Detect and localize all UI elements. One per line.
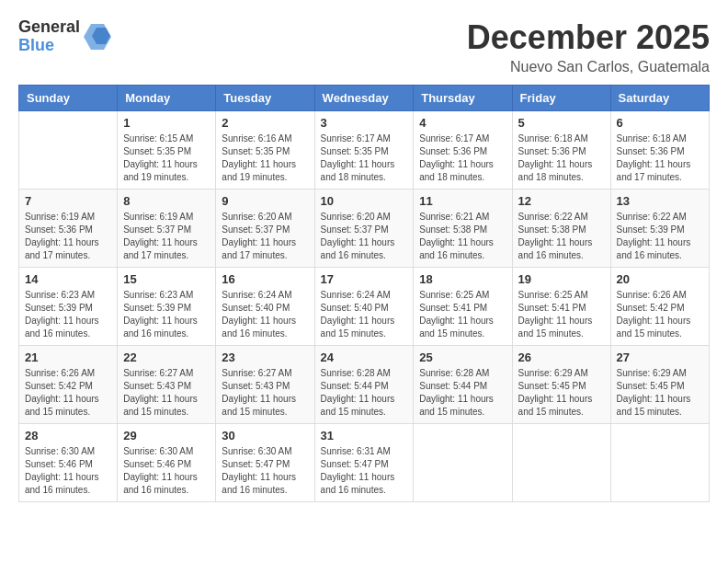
month-title: December 2025: [467, 18, 710, 57]
calendar-cell: 25Sunrise: 6:28 AM Sunset: 5:44 PM Dayli…: [414, 346, 512, 424]
calendar-week-row: 7Sunrise: 6:19 AM Sunset: 5:36 PM Daylig…: [19, 190, 710, 268]
calendar-week-row: 1Sunrise: 6:15 AM Sunset: 5:35 PM Daylig…: [19, 111, 710, 190]
day-info: Sunrise: 6:21 AM Sunset: 5:38 PM Dayligh…: [419, 211, 506, 262]
calendar-cell: 29Sunrise: 6:30 AM Sunset: 5:46 PM Dayli…: [118, 424, 216, 502]
col-header-tuesday: Tuesday: [216, 86, 314, 111]
calendar-cell: 10Sunrise: 6:20 AM Sunset: 5:37 PM Dayli…: [314, 190, 414, 268]
day-number: 5: [518, 116, 605, 130]
calendar-cell: 31Sunrise: 6:31 AM Sunset: 5:47 PM Dayli…: [314, 424, 414, 502]
calendar-cell: 15Sunrise: 6:23 AM Sunset: 5:39 PM Dayli…: [118, 268, 216, 346]
day-info: Sunrise: 6:15 AM Sunset: 5:35 PM Dayligh…: [123, 132, 210, 184]
col-header-saturday: Saturday: [610, 86, 709, 111]
col-header-thursday: Thursday: [414, 86, 512, 111]
day-number: 18: [419, 272, 506, 286]
day-info: Sunrise: 6:29 AM Sunset: 5:45 PM Dayligh…: [617, 367, 703, 419]
calendar-cell: 16Sunrise: 6:24 AM Sunset: 5:40 PM Dayli…: [216, 268, 314, 346]
day-number: 26: [518, 350, 605, 364]
calendar-cell: 1Sunrise: 6:15 AM Sunset: 5:35 PM Daylig…: [118, 111, 216, 190]
day-number: 25: [419, 350, 506, 364]
day-number: 8: [123, 194, 210, 208]
day-number: 23: [222, 350, 308, 364]
day-number: 30: [222, 429, 308, 442]
calendar-table: SundayMondayTuesdayWednesdayThursdayFrid…: [18, 85, 710, 502]
title-area: December 2025 Nuevo San Carlos, Guatemal…: [467, 18, 710, 75]
calendar-cell: 23Sunrise: 6:27 AM Sunset: 5:43 PM Dayli…: [216, 346, 314, 424]
day-number: 19: [518, 272, 605, 286]
day-info: Sunrise: 6:26 AM Sunset: 5:42 PM Dayligh…: [25, 367, 111, 419]
calendar-cell: 8Sunrise: 6:19 AM Sunset: 5:37 PM Daylig…: [118, 190, 216, 268]
calendar-cell: 18Sunrise: 6:25 AM Sunset: 5:41 PM Dayli…: [414, 268, 512, 346]
calendar-cell: 2Sunrise: 6:16 AM Sunset: 5:35 PM Daylig…: [216, 111, 314, 190]
day-number: 24: [321, 350, 408, 364]
day-number: 17: [321, 272, 408, 286]
day-number: 21: [25, 350, 111, 364]
day-number: 14: [25, 272, 111, 286]
col-header-monday: Monday: [118, 86, 216, 111]
calendar-week-row: 14Sunrise: 6:23 AM Sunset: 5:39 PM Dayli…: [19, 268, 710, 346]
day-number: 13: [617, 194, 703, 208]
location-title: Nuevo San Carlos, Guatemala: [467, 59, 710, 75]
day-info: Sunrise: 6:30 AM Sunset: 5:46 PM Dayligh…: [25, 445, 111, 497]
calendar-cell: [610, 424, 709, 502]
day-number: 9: [222, 194, 308, 208]
day-number: 28: [25, 429, 111, 442]
day-info: Sunrise: 6:22 AM Sunset: 5:38 PM Dayligh…: [518, 211, 605, 262]
col-header-friday: Friday: [512, 86, 610, 111]
calendar-cell: 30Sunrise: 6:30 AM Sunset: 5:47 PM Dayli…: [216, 424, 314, 502]
day-number: 2: [222, 116, 308, 130]
day-number: 22: [123, 350, 210, 364]
day-info: Sunrise: 6:16 AM Sunset: 5:35 PM Dayligh…: [222, 132, 308, 184]
day-info: Sunrise: 6:24 AM Sunset: 5:40 PM Dayligh…: [321, 289, 408, 340]
calendar-cell: 7Sunrise: 6:19 AM Sunset: 5:36 PM Daylig…: [19, 190, 118, 268]
day-number: 20: [617, 272, 703, 286]
day-info: Sunrise: 6:25 AM Sunset: 5:41 PM Dayligh…: [518, 289, 605, 340]
calendar-cell: 22Sunrise: 6:27 AM Sunset: 5:43 PM Dayli…: [118, 346, 216, 424]
calendar-header-row: SundayMondayTuesdayWednesdayThursdayFrid…: [19, 86, 710, 111]
day-info: Sunrise: 6:18 AM Sunset: 5:36 PM Dayligh…: [518, 132, 605, 184]
day-info: Sunrise: 6:31 AM Sunset: 5:47 PM Dayligh…: [321, 445, 408, 497]
calendar-cell: 27Sunrise: 6:29 AM Sunset: 5:45 PM Dayli…: [610, 346, 709, 424]
day-number: 1: [123, 116, 210, 130]
calendar-cell: 20Sunrise: 6:26 AM Sunset: 5:42 PM Dayli…: [610, 268, 709, 346]
calendar-cell: 4Sunrise: 6:17 AM Sunset: 5:36 PM Daylig…: [414, 111, 512, 190]
day-info: Sunrise: 6:26 AM Sunset: 5:42 PM Dayligh…: [617, 289, 703, 340]
day-number: 15: [123, 272, 210, 286]
col-header-wednesday: Wednesday: [314, 86, 414, 111]
day-info: Sunrise: 6:22 AM Sunset: 5:39 PM Dayligh…: [617, 211, 703, 262]
day-number: 3: [321, 116, 408, 130]
day-info: Sunrise: 6:19 AM Sunset: 5:37 PM Dayligh…: [123, 211, 210, 262]
day-number: 16: [222, 272, 308, 286]
calendar-cell: 3Sunrise: 6:17 AM Sunset: 5:35 PM Daylig…: [314, 111, 414, 190]
calendar-cell: 17Sunrise: 6:24 AM Sunset: 5:40 PM Dayli…: [314, 268, 414, 346]
calendar-cell: [512, 424, 610, 502]
day-info: Sunrise: 6:28 AM Sunset: 5:44 PM Dayligh…: [419, 367, 506, 419]
day-info: Sunrise: 6:17 AM Sunset: 5:36 PM Dayligh…: [419, 132, 506, 184]
day-info: Sunrise: 6:23 AM Sunset: 5:39 PM Dayligh…: [123, 289, 210, 340]
calendar-cell: 28Sunrise: 6:30 AM Sunset: 5:46 PM Dayli…: [19, 424, 118, 502]
day-info: Sunrise: 6:30 AM Sunset: 5:47 PM Dayligh…: [222, 445, 308, 497]
day-info: Sunrise: 6:20 AM Sunset: 5:37 PM Dayligh…: [321, 211, 408, 262]
day-info: Sunrise: 6:19 AM Sunset: 5:36 PM Dayligh…: [25, 211, 111, 262]
day-number: 12: [518, 194, 605, 208]
day-info: Sunrise: 6:30 AM Sunset: 5:46 PM Dayligh…: [123, 445, 210, 497]
calendar-cell: 26Sunrise: 6:29 AM Sunset: 5:45 PM Dayli…: [512, 346, 610, 424]
calendar-cell: 9Sunrise: 6:20 AM Sunset: 5:37 PM Daylig…: [216, 190, 314, 268]
calendar-week-row: 28Sunrise: 6:30 AM Sunset: 5:46 PM Dayli…: [19, 424, 710, 502]
day-info: Sunrise: 6:27 AM Sunset: 5:43 PM Dayligh…: [222, 367, 308, 419]
day-info: Sunrise: 6:27 AM Sunset: 5:43 PM Dayligh…: [123, 367, 210, 419]
calendar-cell: 24Sunrise: 6:28 AM Sunset: 5:44 PM Dayli…: [314, 346, 414, 424]
calendar-cell: 14Sunrise: 6:23 AM Sunset: 5:39 PM Dayli…: [19, 268, 118, 346]
day-info: Sunrise: 6:17 AM Sunset: 5:35 PM Dayligh…: [321, 132, 408, 184]
day-info: Sunrise: 6:29 AM Sunset: 5:45 PM Dayligh…: [518, 367, 605, 419]
calendar-cell: 5Sunrise: 6:18 AM Sunset: 5:36 PM Daylig…: [512, 111, 610, 190]
page-header: General Blue December 2025 Nuevo San Car…: [18, 18, 710, 75]
calendar-cell: 12Sunrise: 6:22 AM Sunset: 5:38 PM Dayli…: [512, 190, 610, 268]
day-info: Sunrise: 6:18 AM Sunset: 5:36 PM Dayligh…: [617, 132, 703, 184]
day-number: 6: [617, 116, 703, 130]
calendar-cell: [414, 424, 512, 502]
day-info: Sunrise: 6:24 AM Sunset: 5:40 PM Dayligh…: [222, 289, 308, 340]
logo-general: General: [18, 18, 80, 37]
calendar-cell: 21Sunrise: 6:26 AM Sunset: 5:42 PM Dayli…: [19, 346, 118, 424]
col-header-sunday: Sunday: [19, 86, 118, 111]
calendar-cell: 13Sunrise: 6:22 AM Sunset: 5:39 PM Dayli…: [610, 190, 709, 268]
